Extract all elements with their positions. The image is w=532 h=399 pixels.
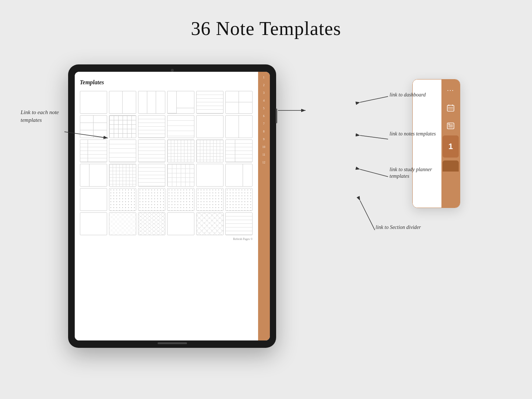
template-r5-dot4[interactable] xyxy=(196,188,223,211)
annotation-section-divider: link to Section divider xyxy=(376,224,421,231)
annotation-dashboard: link to dashboard xyxy=(390,91,426,99)
template-2col[interactable] xyxy=(109,91,136,114)
rp-tab-list[interactable] xyxy=(443,118,459,134)
template-r5-dot1[interactable] xyxy=(109,188,136,211)
template-r6-4[interactable] xyxy=(167,212,194,235)
template-r5-dot3[interactable] xyxy=(167,188,194,211)
rp-tab-number[interactable]: 1 xyxy=(443,135,459,158)
template-lines2[interactable] xyxy=(138,115,165,138)
template-grid2[interactable] xyxy=(167,140,194,162)
template-r6-1[interactable] xyxy=(80,212,107,235)
screen-footer: Refresh Pages © xyxy=(80,237,253,241)
svg-line-14 xyxy=(360,96,388,102)
template-r5-dot5[interactable] xyxy=(225,188,253,211)
screen-sidebar: 1 2 3 4 5 6 7 8 9 10 11 12 xyxy=(258,72,270,340)
template-grid-row5 xyxy=(80,188,253,211)
template-3col[interactable] xyxy=(138,91,165,114)
template-r6-circles[interactable] xyxy=(109,212,136,235)
svg-line-16 xyxy=(360,169,388,177)
template-4grid[interactable] xyxy=(225,91,253,114)
template-r6-lined[interactable] xyxy=(225,212,253,235)
tablet-device: Templates xyxy=(68,64,276,348)
template-grid-row2 xyxy=(80,115,253,138)
template-r4-6[interactable] xyxy=(225,164,253,187)
tablet-home-button xyxy=(158,342,187,344)
template-r4-1[interactable] xyxy=(80,164,107,187)
screen-title: Templates xyxy=(80,79,253,86)
sidebar-tab-8[interactable]: 8 xyxy=(259,128,269,135)
template-lined[interactable] xyxy=(196,91,223,114)
rp-tab-notes[interactable] xyxy=(443,100,459,116)
annotation-study-planner: link to study planner templates xyxy=(390,166,448,180)
template-sidebar-lined[interactable] xyxy=(80,140,107,162)
template-r4-2[interactable] xyxy=(109,164,136,187)
template-fine-grid[interactable] xyxy=(196,140,223,162)
screen-main-content: Templates xyxy=(75,72,258,340)
page-title: 36 Note Templates xyxy=(0,0,532,39)
svg-line-17 xyxy=(360,201,375,230)
template-col-lined[interactable] xyxy=(225,140,253,162)
right-panel-sidebar: ··· xyxy=(441,80,460,208)
svg-line-15 xyxy=(360,135,388,139)
tablet-camera xyxy=(171,69,174,72)
sidebar-tab-7[interactable]: 7 xyxy=(259,120,269,127)
right-panel-white-area xyxy=(413,80,441,208)
sidebar-tab-11[interactable]: 11 xyxy=(259,151,269,158)
template-r4-3[interactable] xyxy=(138,164,165,187)
template-small-grid[interactable] xyxy=(109,115,136,138)
template-r5-dot2[interactable] xyxy=(138,188,165,211)
tablet-screen: Templates xyxy=(75,72,270,340)
template-grid-row4 xyxy=(80,164,253,187)
svg-rect-0 xyxy=(447,105,454,111)
template-r6-hex[interactable] xyxy=(138,212,165,235)
template-cornell[interactable] xyxy=(167,91,194,114)
sidebar-tab-5[interactable]: 5 xyxy=(259,105,269,112)
template-grid-row3 xyxy=(80,140,253,162)
template-wide-blank2[interactable] xyxy=(196,115,223,138)
template-r5-1[interactable] xyxy=(80,188,107,211)
left-annotation-text: Link to each note templates xyxy=(21,109,65,124)
template-3lined[interactable] xyxy=(138,140,165,162)
template-2col2[interactable] xyxy=(225,115,253,138)
template-wide-grid[interactable] xyxy=(80,115,107,138)
tablet-power-button xyxy=(276,109,277,123)
sidebar-tab-3[interactable]: 3 xyxy=(259,89,269,96)
sidebar-tab-6[interactable]: 6 xyxy=(259,113,269,120)
template-r6-circles2[interactable] xyxy=(196,212,223,235)
template-grid-row1 xyxy=(80,91,253,114)
svg-rect-9 xyxy=(448,124,450,124)
template-blank[interactable] xyxy=(80,91,107,114)
sidebar-tab-1[interactable]: 1 xyxy=(259,74,269,81)
template-grid-row6 xyxy=(80,212,253,235)
annotation-notes-templates: link to notes templates xyxy=(390,131,445,137)
template-r4-5[interactable] xyxy=(196,164,223,187)
sidebar-tab-10[interactable]: 10 xyxy=(259,144,269,151)
sidebar-tab-2[interactable]: 2 xyxy=(259,82,269,89)
sidebar-tab-12[interactable]: 12 xyxy=(259,159,269,166)
template-wide-lined2[interactable] xyxy=(109,140,136,162)
sidebar-tab-4[interactable]: 4 xyxy=(259,97,269,104)
sidebar-tab-9[interactable]: 9 xyxy=(259,136,269,143)
template-wide-lines[interactable] xyxy=(167,115,194,138)
template-r4-4[interactable] xyxy=(167,164,194,187)
rp-tab-dashboard[interactable]: ··· xyxy=(443,82,459,99)
